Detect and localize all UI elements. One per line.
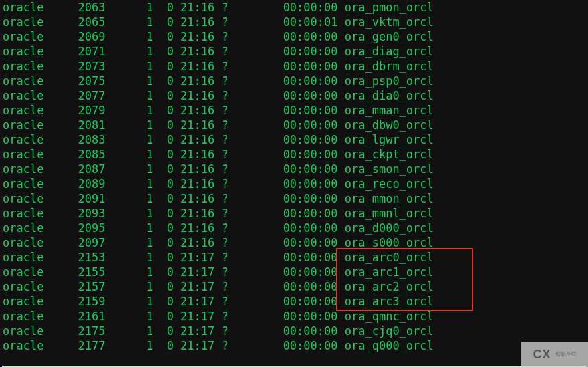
process-list: oracle 2063 1 0 21:16 ? 00:00:00 ora_pmo… (0, 0, 588, 353)
terminal-window: oracle 2063 1 0 21:16 ? 00:00:00 ora_pmo… (0, 0, 588, 367)
watermark-logo-text: CX (533, 348, 551, 360)
watermark: CX 创新互联 (521, 342, 588, 367)
watermark-zh-text: 创新互联 (555, 347, 577, 362)
